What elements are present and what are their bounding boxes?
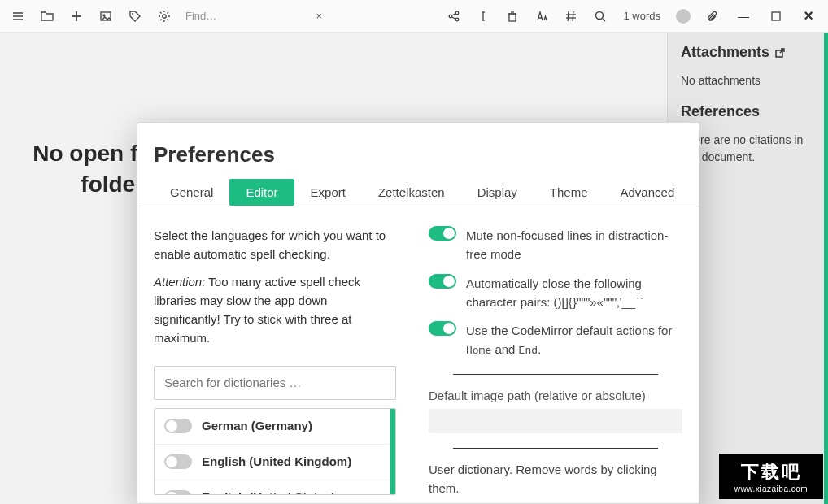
watermark-big: 下载吧: [741, 460, 802, 484]
svg-point-8: [163, 14, 166, 17]
dialog-title: Preferences: [137, 123, 699, 179]
toggle-home-end[interactable]: [429, 321, 456, 336]
attention-label: Attention:: [154, 275, 205, 289]
image-path-label: Default image path (relative or absolute…: [429, 386, 682, 405]
tab-display[interactable]: Display: [461, 179, 534, 206]
attachments-title-text: Attachments: [681, 44, 769, 61]
svg-rect-26: [772, 12, 780, 20]
find-placeholder-text: Find…: [185, 10, 216, 22]
dict-item-english-uk[interactable]: English (United Kingdom): [155, 445, 395, 480]
user-dictionary-label: User dictionary. Remove words by clickin…: [429, 460, 682, 498]
dict-item-english-us[interactable]: English (United States): [155, 480, 395, 496]
tag-icon[interactable]: [122, 3, 148, 29]
toggle-english-us[interactable]: [164, 490, 192, 495]
share-icon[interactable]: [441, 3, 467, 29]
image-path-input[interactable]: [429, 409, 682, 433]
external-link-icon[interactable]: [774, 47, 786, 59]
toggle-mute-lines[interactable]: [429, 226, 456, 241]
spellcheck-column: Select the languages for which you want …: [137, 206, 412, 503]
spellcheck-intro: Select the languages for which you want …: [154, 226, 396, 264]
option-label: Use the CodeMirror default actions for H…: [466, 321, 682, 359]
separator: [453, 448, 658, 449]
svg-line-13: [452, 17, 456, 19]
tab-editor[interactable]: Editor: [229, 179, 294, 206]
search-icon[interactable]: [587, 3, 613, 29]
dictionary-search-input[interactable]: [154, 366, 396, 400]
option-codemirror-home-end: Use the CodeMirror default actions for H…: [429, 321, 682, 359]
find-input[interactable]: Find… ×: [181, 6, 327, 27]
minimize-button[interactable]: —: [729, 3, 758, 29]
option-label: Automatically close the following charac…: [466, 274, 682, 312]
spellcheck-attention: Attention: Too many active spell check l…: [154, 272, 396, 348]
tab-export[interactable]: Export: [294, 179, 362, 206]
clear-find-icon[interactable]: ×: [316, 10, 322, 22]
dictionary-list: German (Germany) English (United Kingdom…: [154, 408, 396, 496]
watermark-badge: 下载吧 www.xiazaiba.com: [719, 454, 823, 499]
no-citations-text: There are no citations in this document.: [681, 132, 815, 165]
main-toolbar: Find… × 1 words — ×: [0, 0, 828, 33]
attachment-icon[interactable]: [699, 3, 726, 29]
svg-line-20: [568, 11, 569, 21]
menu-icon[interactable]: [5, 3, 31, 29]
option-mute-lines: Mute non-focused lines in distraction-fr…: [429, 226, 682, 264]
dict-scrollbar[interactable]: [390, 409, 395, 495]
option-label: Mute non-focused lines in distraction-fr…: [466, 226, 682, 264]
preferences-dialog: Preferences General Editor Export Zettel…: [137, 122, 699, 504]
cursor-icon[interactable]: [470, 3, 496, 29]
svg-point-24: [596, 11, 604, 19]
svg-line-25: [603, 19, 605, 21]
preferences-tabs: General Editor Export Zettelkasten Displ…: [137, 179, 699, 206]
plus-icon[interactable]: [63, 3, 89, 29]
references-heading: References: [681, 103, 815, 120]
toggle-english-uk[interactable]: [164, 454, 192, 469]
font-icon[interactable]: [529, 3, 555, 29]
dict-item-german[interactable]: German (Germany): [155, 409, 395, 445]
accent-bar: [824, 33, 828, 504]
option-auto-close-pairs: Automatically close the following charac…: [429, 274, 682, 312]
settings-icon[interactable]: [151, 3, 177, 29]
dict-label: German (Germany): [202, 416, 312, 435]
editor-options-column: Mute non-focused lines in distraction-fr…: [412, 206, 699, 503]
folder-open-icon[interactable]: [34, 3, 60, 29]
toggle-auto-close[interactable]: [429, 274, 456, 289]
image-icon[interactable]: [93, 3, 119, 29]
svg-line-12: [452, 13, 456, 15]
svg-line-21: [573, 11, 573, 21]
tab-advanced[interactable]: Advanced: [604, 179, 691, 206]
dict-label: English (United Kingdom): [202, 452, 351, 471]
no-attachments-text: No attachments: [681, 72, 815, 89]
svg-rect-17: [509, 14, 516, 21]
attachments-heading: Attachments: [681, 44, 815, 61]
toggle-german[interactable]: [164, 419, 192, 433]
trash-icon[interactable]: [499, 3, 525, 29]
svg-point-9: [450, 15, 453, 18]
watermark-small: www.xiazaiba.com: [734, 484, 808, 493]
dict-label: English (United States): [202, 488, 335, 495]
status-dot: [670, 3, 696, 29]
tab-general[interactable]: General: [154, 179, 229, 206]
tab-theme[interactable]: Theme: [534, 179, 604, 206]
svg-point-7: [132, 13, 133, 15]
hash-icon[interactable]: [558, 3, 584, 29]
close-window-button[interactable]: ×: [794, 3, 823, 29]
tab-zettelkasten[interactable]: Zettelkasten: [362, 179, 461, 206]
separator: [453, 374, 658, 375]
maximize-button[interactable]: [761, 3, 791, 29]
word-count[interactable]: 1 words: [617, 10, 667, 22]
svg-point-6: [103, 15, 105, 16]
